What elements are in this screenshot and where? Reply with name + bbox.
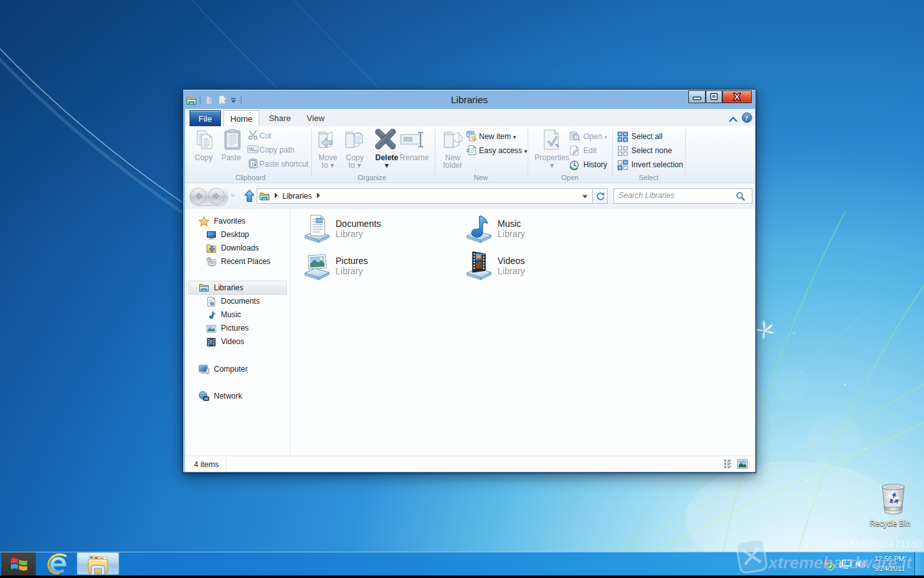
svg-text:?: ?: [745, 114, 749, 122]
svg-text:W: W: [249, 146, 254, 153]
